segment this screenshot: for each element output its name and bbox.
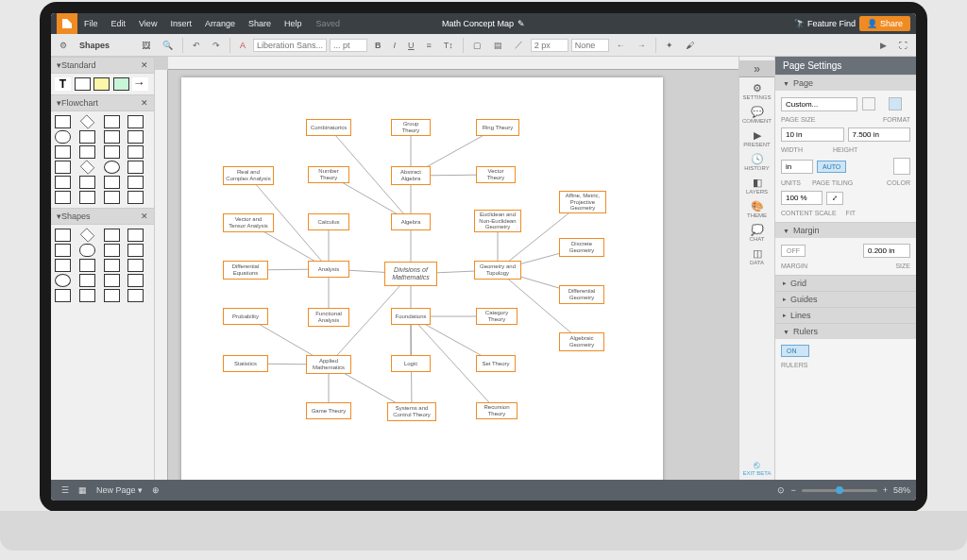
basic-shape[interactable] [55, 289, 71, 302]
flowchart-shape[interactable] [127, 176, 144, 189]
font-select[interactable]: Liberation Sans... [253, 39, 327, 52]
rail-data[interactable]: ◫DATA [742, 245, 772, 268]
edit-title-icon[interactable]: ✎ [517, 19, 525, 28]
basic-shape[interactable] [127, 274, 144, 287]
menu-help[interactable]: Help [278, 19, 309, 28]
margin-size-input[interactable]: 0.200 in [863, 244, 910, 258]
basic-shape[interactable] [79, 289, 95, 302]
flowchart-shape[interactable] [104, 161, 120, 174]
basic-shape[interactable] [55, 274, 71, 287]
concept-node[interactable]: Applied Mathematics [306, 355, 351, 374]
basic-shape[interactable] [104, 259, 120, 272]
close-icon[interactable]: ✕ [141, 98, 148, 108]
concept-node[interactable]: Category Theory [476, 308, 517, 325]
portrait-icon[interactable] [862, 97, 875, 110]
basic-shape[interactable] [127, 259, 144, 272]
grid-view-icon[interactable]: ▦ [74, 485, 92, 495]
flowchart-shape[interactable] [55, 161, 71, 174]
canvas-area[interactable]: Divisions of MathematicsCombinatoricsGro… [155, 57, 738, 480]
fit-button[interactable]: ⤢ [826, 192, 843, 205]
section-lines[interactable]: ▸Lines [775, 307, 916, 323]
rail-theme[interactable]: 🎨THEME [742, 197, 772, 221]
flowchart-shape[interactable] [104, 145, 120, 159]
concept-node[interactable]: Discrete Geometry [559, 238, 604, 257]
concept-node[interactable]: Divisions of Mathematics [384, 262, 437, 286]
concept-node[interactable]: Differential Equations [223, 261, 268, 280]
auto-button[interactable]: AUTO [817, 161, 846, 173]
basic-shape[interactable] [127, 244, 144, 257]
flowchart-shape[interactable] [127, 115, 144, 128]
height-input[interactable]: 7.500 in [848, 127, 911, 142]
italic-icon[interactable]: I [389, 38, 401, 53]
concept-node[interactable]: Probability [223, 308, 268, 325]
page-color-swatch[interactable] [893, 158, 910, 175]
list-view-icon[interactable]: ☰ [57, 485, 74, 495]
rail-layers[interactable]: ◧LAYERS [742, 174, 772, 197]
width-input[interactable]: 10 in [781, 127, 844, 142]
basic-shape[interactable] [104, 274, 120, 287]
section-grid[interactable]: ▸Grid [775, 275, 916, 291]
basic-shape[interactable] [127, 289, 144, 302]
text-color-icon[interactable]: A [235, 38, 250, 53]
concept-node[interactable]: Affine, Metric, Projective Geometry [559, 191, 606, 213]
category-shapes[interactable]: ▾Shapes✕ [51, 208, 154, 225]
concept-node[interactable]: Number Theory [308, 166, 349, 183]
zoom-slider[interactable] [802, 489, 877, 492]
concept-node[interactable]: Algebraic Geometry [559, 332, 604, 351]
flowchart-shape[interactable] [104, 115, 120, 128]
text-shape[interactable]: T [55, 77, 71, 91]
flowchart-shape[interactable] [79, 130, 95, 144]
flowchart-shape[interactable] [127, 145, 144, 159]
section-guides[interactable]: ▸Guides [775, 291, 916, 307]
flowchart-shape[interactable] [55, 130, 71, 144]
basic-shape[interactable] [55, 259, 71, 272]
concept-node[interactable]: Ring Theory [476, 119, 519, 136]
close-icon[interactable]: ✕ [141, 60, 148, 70]
basic-shape[interactable] [79, 244, 95, 257]
present-icon[interactable]: ▶ [875, 38, 891, 53]
flowchart-shape[interactable] [79, 191, 95, 204]
document-title[interactable]: Math Concept Map✎ [442, 19, 525, 28]
menu-arrange[interactable]: Arrange [198, 19, 242, 28]
gear-icon[interactable]: ⚙ [55, 38, 72, 53]
basic-shape[interactable] [104, 229, 120, 242]
concept-node[interactable]: Calculus [308, 213, 349, 230]
rect-shape[interactable] [75, 77, 91, 91]
flowchart-shape[interactable] [80, 114, 94, 128]
arrow-shape[interactable] [132, 77, 148, 91]
feature-find-button[interactable]: 🔭Feature Find [794, 19, 856, 28]
basic-shape[interactable] [104, 289, 120, 302]
rail-chat[interactable]: 💭CHAT [742, 221, 772, 245]
section-rulers[interactable]: ▼Rulers [775, 323, 916, 339]
magic-icon[interactable]: ✦ [661, 38, 678, 53]
concept-node[interactable]: Logic [391, 355, 431, 372]
fill-icon[interactable]: ▢ [468, 38, 486, 53]
section-margin[interactable]: ▼Margin [775, 222, 916, 238]
concept-node[interactable]: Combinatorics [306, 119, 351, 136]
rail-settings[interactable]: ⚙SETTINGS [742, 79, 772, 103]
page-preset-select[interactable]: Custom... [781, 97, 857, 111]
concept-node[interactable]: Real and Complex Analysis [223, 166, 274, 185]
flowchart-shape[interactable] [127, 161, 144, 174]
underline-icon[interactable]: U [403, 38, 419, 53]
close-icon[interactable]: ✕ [141, 212, 148, 221]
concept-node[interactable]: Group Theory [391, 119, 431, 136]
search-icon[interactable]: 🔍 [158, 38, 178, 53]
concept-node[interactable]: Set Theory [476, 355, 516, 372]
scale-input[interactable]: 100 % [781, 191, 823, 205]
basic-shape[interactable] [104, 244, 120, 257]
category-standard[interactable]: ▾Standard✕ [51, 57, 154, 74]
add-page-icon[interactable]: ⊕ [147, 485, 164, 495]
new-page-button[interactable]: New Page ▾ [92, 485, 147, 495]
text-options-icon[interactable]: T↕ [439, 38, 458, 53]
flowchart-shape[interactable] [55, 176, 71, 189]
basic-shape[interactable] [80, 228, 94, 242]
flowchart-shape[interactable] [104, 176, 120, 189]
border-icon[interactable]: ▤ [489, 38, 507, 53]
flowchart-shape[interactable] [127, 191, 144, 204]
menu-share[interactable]: Share [242, 19, 278, 28]
basic-shape[interactable] [79, 274, 95, 287]
rail-comment[interactable]: 💬COMMENT [742, 103, 772, 127]
align-icon[interactable]: ≡ [422, 38, 436, 53]
image-icon[interactable]: 🖼 [137, 38, 155, 53]
